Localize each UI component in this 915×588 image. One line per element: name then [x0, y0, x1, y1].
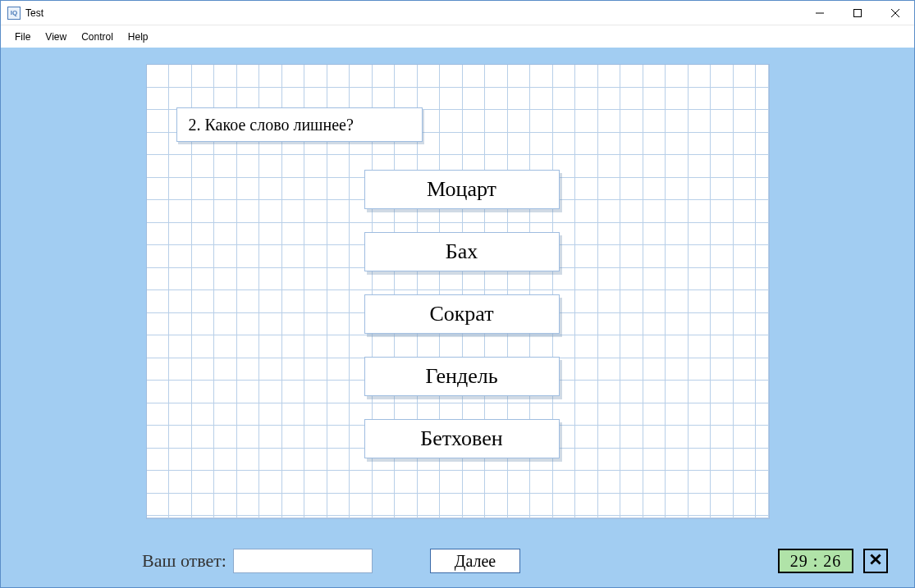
menu-file[interactable]: File — [7, 28, 38, 46]
maximize-button[interactable] — [839, 1, 876, 25]
menu-bar: File View Control Help — [1, 25, 914, 48]
close-button[interactable] — [876, 1, 914, 25]
svg-rect-0 — [854, 9, 862, 16]
answer-input[interactable] — [233, 549, 373, 573]
window-title: Test — [25, 7, 43, 19]
timer-display: 29 : 26 — [778, 549, 853, 573]
minimize-button[interactable] — [801, 1, 839, 25]
option-2[interactable]: Бах — [364, 232, 560, 271]
paper-sheet: 2. Какое слово лишнее? Моцарт Бах Сократ… — [146, 64, 770, 519]
option-1[interactable]: Моцарт — [364, 170, 560, 209]
app-icon: IQ — [7, 7, 21, 20]
options-list: Моцарт Бах Сократ Гендель Бетховен — [364, 170, 560, 458]
answer-label: Ваш ответ: — [142, 550, 226, 572]
question-text: 2. Какое слово лишнее? — [176, 107, 423, 142]
option-5[interactable]: Бетховен — [364, 419, 560, 458]
next-button[interactable]: Далее — [430, 549, 520, 573]
close-icon — [870, 554, 881, 568]
menu-help[interactable]: Help — [121, 28, 156, 46]
footer-bar: Ваш ответ: Далее 29 : 26 — [19, 541, 896, 581]
option-3[interactable]: Сократ — [364, 294, 560, 334]
work-area: 2. Какое слово лишнее? Моцарт Бах Сократ… — [1, 48, 914, 587]
option-4[interactable]: Гендель — [364, 357, 560, 396]
menu-control[interactable]: Control — [74, 28, 121, 46]
timer-close-button[interactable] — [863, 549, 888, 573]
window-controls — [801, 1, 914, 25]
title-bar: IQ Test — [1, 1, 914, 25]
menu-view[interactable]: View — [38, 28, 74, 46]
